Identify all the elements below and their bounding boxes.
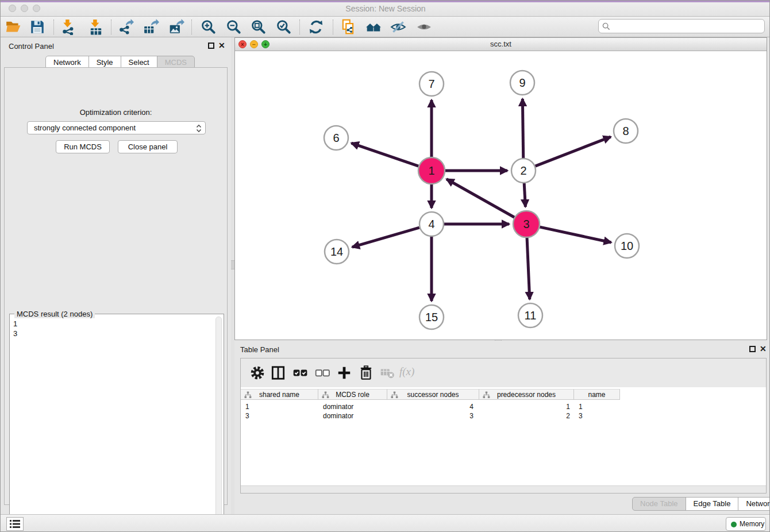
graph-node-6[interactable]: 6: [324, 126, 348, 150]
hierarchy-icon: [483, 391, 490, 399]
float-table-panel-icon[interactable]: [749, 346, 756, 352]
close-table-panel-icon[interactable]: ✕: [760, 345, 767, 353]
cell-predecessor-nodes[interactable]: 2: [479, 411, 570, 421]
application-window: Session: New Session: [0, 0, 770, 532]
cell-mcds-role[interactable]: dominator: [323, 411, 386, 421]
svg-text:3: 3: [523, 218, 529, 230]
main-toolbar: [1, 17, 770, 37]
float-panel-icon[interactable]: [208, 43, 214, 49]
column-header-name[interactable]: name: [574, 389, 620, 400]
delete-rows-trash-icon[interactable]: [358, 365, 374, 381]
graph-node-10[interactable]: 10: [615, 234, 639, 258]
criterion-dropdown[interactable]: strongly connected component: [27, 121, 206, 134]
svg-text:15: 15: [425, 311, 438, 323]
network-window-titlebar[interactable]: × − + scc.txt: [235, 38, 767, 51]
window-accent-strip: [1, 1, 770, 2]
select-all-icon[interactable]: [292, 365, 308, 381]
mcds-panel: Optimization criterion: strongly connect…: [4, 67, 228, 505]
node-table: shared name MCDS role successor nodes pr…: [241, 387, 766, 485]
tab-edge-table[interactable]: Edge Table: [686, 497, 739, 511]
cell-name[interactable]: 3: [579, 411, 619, 421]
graph-edge-4-14[interactable]: [352, 228, 419, 247]
graph-node-7[interactable]: 7: [419, 72, 444, 96]
export-table-icon[interactable]: [143, 19, 159, 35]
graph-edge-2-9[interactable]: [522, 99, 523, 158]
graph-node-1[interactable]: 1: [418, 157, 445, 184]
task-history-button[interactable]: [6, 517, 24, 531]
memory-button[interactable]: Memory: [726, 517, 766, 531]
table-panel: Table Panel ✕: [234, 341, 770, 514]
result-scrollbar[interactable]: [215, 317, 222, 528]
delete-table-icon[interactable]: [379, 365, 395, 381]
graph-node-4[interactable]: 4: [419, 212, 444, 236]
hierarchy-icon: [322, 391, 329, 399]
svg-text:7: 7: [428, 78, 434, 90]
graph-node-11[interactable]: 11: [518, 303, 542, 327]
table-settings-gear-icon[interactable]: [249, 365, 265, 381]
refresh-view-icon[interactable]: [308, 19, 324, 35]
toolbar-separator: [111, 20, 111, 34]
network-graph[interactable]: 7968124314101511: [235, 51, 767, 340]
open-session-icon[interactable]: [5, 19, 21, 35]
add-row-plus-icon[interactable]: [336, 365, 352, 381]
import-network-icon[interactable]: [60, 19, 76, 35]
graph-node-3[interactable]: 3: [513, 211, 540, 237]
zoom-fit-icon[interactable]: [251, 19, 267, 35]
search-input[interactable]: [613, 21, 761, 32]
cell-mcds-role[interactable]: dominator: [323, 402, 386, 411]
cell-predecessor-nodes[interactable]: 1: [479, 402, 570, 411]
tab-node-table[interactable]: Node Table: [632, 497, 686, 511]
graph-edge-2-8[interactable]: [536, 137, 611, 166]
graph-edge-3-10[interactable]: [540, 227, 611, 242]
result-line: 1: [13, 319, 17, 329]
window-title: Session: New Session: [1, 4, 770, 13]
stepper-arrows-icon: [196, 124, 202, 133]
new-network-from-selection-icon[interactable]: [340, 19, 356, 35]
mcds-result-text[interactable]: 1 3: [13, 319, 17, 338]
svg-text:4: 4: [428, 218, 434, 230]
toolbar-separator: [299, 20, 300, 34]
control-panel: Control Panel ✕ Network Style Select MCD…: [1, 37, 231, 514]
zoom-selected-icon[interactable]: [276, 19, 292, 35]
graph-node-14[interactable]: 14: [325, 240, 349, 264]
export-network-icon[interactable]: [118, 19, 134, 35]
zoom-out-icon[interactable]: [226, 19, 242, 35]
svg-text:8: 8: [622, 125, 629, 137]
export-image-icon[interactable]: [168, 19, 184, 35]
hierarchy-icon: [244, 391, 252, 399]
graph-edge-1-6[interactable]: [351, 143, 418, 166]
column-header-predecessor-nodes[interactable]: predecessor nodes: [479, 389, 574, 400]
graph-node-8[interactable]: 8: [614, 119, 638, 143]
hide-selected-icon[interactable]: [390, 19, 406, 35]
title-bar: Session: New Session: [1, 1, 770, 17]
graph-node-2[interactable]: 2: [511, 159, 536, 183]
cell-shared-name[interactable]: 1: [245, 402, 314, 411]
cell-successor-nodes[interactable]: 3: [387, 411, 473, 421]
function-builder-icon: f(x): [399, 365, 414, 378]
search-box: [598, 19, 765, 33]
graph-edge-3-1[interactable]: [446, 179, 514, 217]
graph-edge-2-3[interactable]: [524, 183, 525, 207]
criterion-value: strongly connected component: [34, 124, 136, 132]
import-table-icon[interactable]: [88, 19, 104, 35]
close-panel-icon[interactable]: ✕: [218, 41, 225, 49]
zoom-in-icon[interactable]: [201, 19, 217, 35]
deselect-all-icon[interactable]: [314, 365, 330, 381]
reset-views-icon[interactable]: [365, 19, 382, 35]
close-panel-button[interactable]: Close panel: [118, 140, 178, 153]
run-mcds-button[interactable]: Run MCDS: [56, 140, 110, 153]
column-header-mcds-role[interactable]: MCDS role: [318, 389, 387, 400]
graph-node-9[interactable]: 9: [510, 71, 534, 95]
column-header-successor-nodes[interactable]: successor nodes: [387, 389, 479, 400]
graph-edge-3-11[interactable]: [527, 238, 530, 299]
show-columns-icon[interactable]: [270, 365, 286, 381]
graph-node-15[interactable]: 15: [419, 305, 444, 329]
save-session-icon[interactable]: [29, 19, 45, 35]
column-header-shared-name[interactable]: shared name: [241, 389, 318, 400]
cell-shared-name[interactable]: 3: [245, 411, 314, 421]
tab-network-table[interactable]: Network Table: [738, 497, 770, 511]
cell-name[interactable]: 1: [579, 402, 619, 411]
show-all-icon[interactable]: [416, 19, 432, 35]
cell-successor-nodes[interactable]: 4: [387, 402, 473, 411]
network-canvas[interactable]: 7968124314101511: [235, 51, 767, 340]
